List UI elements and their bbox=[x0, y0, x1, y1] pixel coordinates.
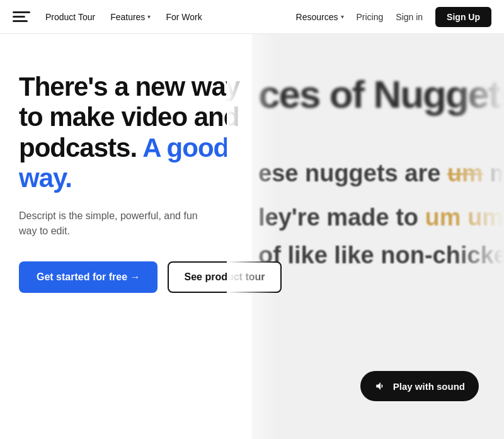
nav-sign-in[interactable]: Sign in bbox=[396, 12, 423, 22]
navbar: Product Tour Features ▾ For Work Resourc… bbox=[0, 0, 504, 34]
hero-headline-blue: A good way. bbox=[19, 133, 229, 193]
main-content: There's a new way to make video and podc… bbox=[0, 34, 504, 439]
video-preview[interactable]: ces of Nuggets ese nuggets are um made f… bbox=[252, 34, 504, 439]
nav-sign-up-button[interactable]: Sign Up bbox=[435, 7, 491, 27]
cta-buttons: Get started for free → See product tour bbox=[19, 261, 252, 293]
play-sound-label: Play with sound bbox=[393, 381, 465, 392]
preview-mid1-pre: ese nuggets are bbox=[258, 160, 447, 186]
nav-features-label: Features bbox=[110, 12, 145, 22]
resources-chevron-icon: ▾ bbox=[341, 13, 344, 20]
play-with-sound-button[interactable]: Play with sound bbox=[360, 371, 479, 401]
hero-right-column: ces of Nuggets ese nuggets are um made f… bbox=[252, 34, 504, 439]
nav-product-tour[interactable]: Product Tour bbox=[45, 12, 95, 22]
sound-icon bbox=[374, 380, 387, 392]
preview-mid2-pre: ley're made to bbox=[258, 204, 425, 231]
see-product-tour-button[interactable]: See product tour bbox=[168, 261, 281, 293]
logo-icon[interactable] bbox=[13, 8, 30, 26]
nav-right: Resources ▾ Pricing Sign in Sign Up bbox=[296, 7, 491, 27]
nav-resources[interactable]: Resources ▾ bbox=[296, 12, 344, 22]
hero-subtext: Descript is the simple, powerful, and fu… bbox=[19, 208, 208, 239]
features-chevron-icon: ▾ bbox=[147, 13, 151, 20]
nav-for-work[interactable]: For Work bbox=[166, 12, 202, 22]
hero-headline: There's a new way to make video and podc… bbox=[19, 72, 252, 193]
hero-left-column: There's a new way to make video and podc… bbox=[0, 34, 252, 439]
get-started-button[interactable]: Get started for free → bbox=[19, 261, 158, 293]
nav-left: Product Tour Features ▾ For Work bbox=[13, 8, 202, 26]
nav-features[interactable]: Features ▾ bbox=[110, 12, 151, 22]
nav-pricing[interactable]: Pricing bbox=[357, 12, 384, 22]
nav-resources-label: Resources bbox=[296, 12, 338, 22]
